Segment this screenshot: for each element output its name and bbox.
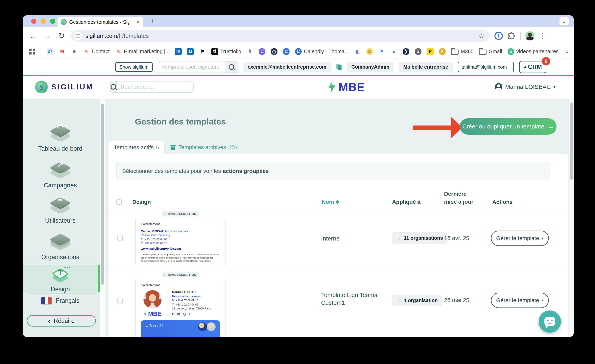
new-tab-button[interactable]: + <box>150 16 155 26</box>
mbe-logo: MBE <box>144 310 162 317</box>
bookmark-circle-c-blue[interactable]: C <box>283 48 290 55</box>
bookmark-p[interactable]: P <box>427 48 433 55</box>
page-title: Gestion des templates <box>135 117 226 126</box>
account-email-field[interactable] <box>458 62 514 72</box>
bookmark-smiley[interactable]: ☺ <box>366 48 373 55</box>
browser-tab[interactable]: S Gestion des templates - Sigili × <box>57 17 143 27</box>
scrollbar-thumb[interactable] <box>570 103 573 180</box>
bookmark-hubspot-email[interactable]: ✳E-mail marketing |... <box>115 48 170 55</box>
sidebar-item-users[interactable]: ≡ Utilisateurs <box>23 193 98 224</box>
browser-menu-icon[interactable]: ⋮ <box>539 32 546 40</box>
letter-b-icon[interactable]: B <box>172 312 174 316</box>
bookmark-trustfolio[interactable]: tfTrustfolio <box>211 48 241 55</box>
signature-banner: L'IA est là ! <box>141 320 220 337</box>
sidebar-item-dashboard[interactable]: ◠ Tableau de bord <box>23 121 98 152</box>
manage-template-button[interactable]: Gérer le template ▾ <box>491 231 549 246</box>
sidebar-scrollbar[interactable] <box>100 98 105 337</box>
copy-icon[interactable] <box>336 64 342 70</box>
instagram-icon[interactable]: ◎ <box>183 312 186 316</box>
bookmark-shapes[interactable]: ◧ <box>354 48 361 55</box>
extensions-icon[interactable] <box>508 32 516 40</box>
bookmark-stripes[interactable]: // <box>247 48 253 55</box>
tab-archived-templates[interactable]: Templates archivés 25+ <box>170 140 238 154</box>
organization-logo: MBE <box>328 80 365 94</box>
bookmark-gmail[interactable]: M <box>59 48 65 55</box>
site-settings-icon[interactable] <box>74 32 82 40</box>
tiktok-icon[interactable]: ♪ <box>189 312 190 316</box>
bookmark-drive[interactable]: ▲ <box>390 48 397 55</box>
linkedin-icon[interactable]: in <box>177 312 180 316</box>
forward-button[interactable]: → <box>43 32 52 40</box>
minimize-window-button[interactable] <box>41 19 46 24</box>
reload-button[interactable]: ↻ <box>57 32 66 40</box>
manage-template-button[interactable]: Gérer le template ▾ <box>491 293 549 308</box>
column-applique: Appliqué à <box>392 199 420 205</box>
maximize-window-button[interactable] <box>50 19 55 24</box>
bookmark-x[interactable]: X <box>439 48 446 55</box>
back-button[interactable]: ← <box>28 32 38 40</box>
row-checkbox[interactable] <box>117 236 123 241</box>
close-window-button[interactable] <box>31 19 36 24</box>
chat-launcher-button[interactable] <box>539 310 561 333</box>
search-icon <box>229 64 234 70</box>
bookmark-linkedin[interactable]: in <box>175 48 182 55</box>
circle-c-icon: C <box>295 48 302 55</box>
bookmarks-bar: 27M☻✳Contact✳E-mail marketing |...inO⚑tf… <box>23 45 574 58</box>
bookmark-sigilium[interactable]: Svideos partenaires <box>508 48 559 55</box>
app-header: S SIGILIUM MBE Marina LOISEAU ▾ <box>23 76 574 98</box>
company-link[interactable]: Ma belle entreprise <box>399 62 452 72</box>
scrollbar-thumb[interactable] <box>101 104 104 285</box>
bookmark-overflow[interactable]: » <box>564 48 571 55</box>
create-template-button[interactable]: Créer ou dupliquer un template → <box>460 118 557 135</box>
bookmark-calendar[interactable]: 27 <box>47 48 53 55</box>
bookmark-clock[interactable]: ◷ <box>271 48 277 55</box>
sidebar-item-campaigns[interactable]: ↗ Campagnes <box>23 158 98 189</box>
collapse-sidebar-button[interactable]: ‹ Réduire <box>27 315 96 327</box>
bookmark-hubspot-contact[interactable]: ✳Contact <box>83 48 110 55</box>
table-row: PRÉVISUALISATION Cordialement, Marina LO… <box>108 209 568 269</box>
globe-icon: S <box>415 48 421 55</box>
select-all-checkbox[interactable] <box>116 199 122 205</box>
bookmark-label: Gmail <box>489 48 502 55</box>
impersonated-email-pill: exemple@mabelleentreprise.com <box>243 62 331 72</box>
bookmark-flag-blue[interactable]: ⚑ <box>378 48 385 55</box>
show-sigilium-button[interactable]: Show sigilium <box>115 62 153 72</box>
password-manager-icon[interactable] <box>495 32 503 40</box>
sidebar-divider <box>26 293 97 294</box>
bookmark-gmail-folder[interactable]: Gmail <box>479 48 502 55</box>
bookmark-calendly[interactable]: CCalendly - Thoma... <box>295 48 349 55</box>
applied-to-pill[interactable]: → 1 organisation <box>392 295 442 306</box>
user-menu[interactable]: Marina LOISEAU ▾ <box>495 83 556 91</box>
page-scrollbar[interactable] <box>569 98 574 337</box>
bookmark-apps[interactable] <box>29 48 35 55</box>
chevron-down-icon[interactable]: ⌄ <box>560 17 569 25</box>
bookmark-flag-black[interactable]: ⚑ <box>199 48 206 55</box>
close-tab-icon[interactable]: × <box>136 19 140 25</box>
row-checkbox[interactable] <box>117 299 123 304</box>
bookmark-m365[interactable]: M365 <box>451 48 474 55</box>
sidebar-item-design[interactable]: T••• Design <box>23 265 98 292</box>
admin-search-input[interactable] <box>158 64 225 70</box>
bookmark-contacts[interactable]: ☻ <box>71 48 78 55</box>
column-nom[interactable]: Nom <box>322 199 339 205</box>
search-submit-button[interactable] <box>225 62 238 73</box>
global-search[interactable] <box>110 81 194 93</box>
url-bar[interactable]: sigilium.com/fr/templates ☆ <box>71 30 490 42</box>
sigilium-logo[interactable]: S SIGILIUM <box>35 81 93 93</box>
preview-badge: PRÉVISUALISATION <box>135 272 226 277</box>
tab-active-templates[interactable]: Templates actifs 6 <box>108 140 165 154</box>
crm-button[interactable]: ◀ CRM 6 <box>519 61 546 73</box>
global-search-input[interactable] <box>117 84 194 90</box>
profile-avatar[interactable] <box>525 31 534 41</box>
sidebar-item-organisations[interactable]: Organisations <box>23 230 98 261</box>
bookmark-circle-c-purple[interactable]: C <box>259 48 265 55</box>
applied-to-pill[interactable]: → 11 organisations <box>392 232 447 244</box>
language-selector[interactable]: Français <box>23 297 98 304</box>
bookmark-globe[interactable]: S <box>415 48 421 55</box>
bookmark-outlook[interactable]: O <box>187 48 194 55</box>
admin-search[interactable] <box>158 61 238 73</box>
website-link[interactable]: www.mabelleentreprise.com <box>141 247 220 250</box>
bookmark-star-icon[interactable]: ☆ <box>479 32 488 40</box>
lightning-bolt-icon <box>328 81 336 93</box>
bookmark-arrow-circle[interactable]: ❯ <box>403 48 409 55</box>
